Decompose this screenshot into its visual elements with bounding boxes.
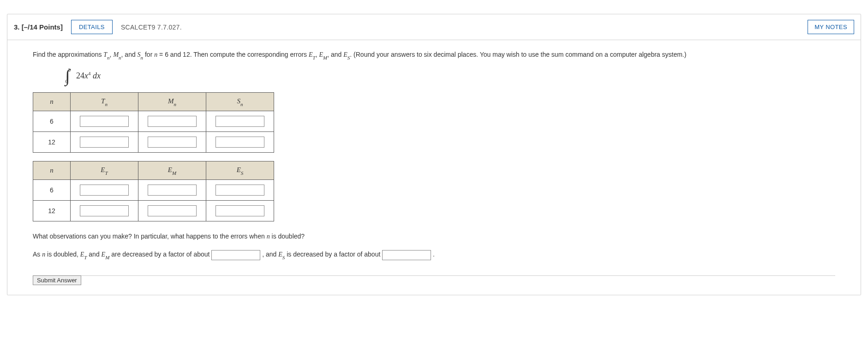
col-sn: Sn [206,93,274,111]
s12-input[interactable] [216,137,264,148]
n-value: 6 [33,111,71,132]
txt: is doubled? [270,233,305,240]
col-mn: Mn [138,93,206,111]
et6-input[interactable] [80,185,129,196]
txt: , and [327,51,343,58]
txt: . (Round your answers to six decimal pla… [350,51,686,58]
txt: and [87,251,101,258]
col-n: n [33,161,71,180]
txt: What observations can you make? In parti… [33,233,267,240]
m12-input[interactable] [148,137,197,148]
em-sub: M [323,55,327,60]
et-sub: T [313,55,316,60]
em6-input[interactable] [148,185,197,196]
question-header: 3. [–/14 Points] DETAILS SCALCET9 7.7.02… [7,14,861,40]
table-row: 6 [33,111,274,132]
et-sym: E [80,251,84,258]
question-number: 3. [–/14 Points] [14,23,63,31]
txt: for [143,51,154,58]
txt: , and [260,251,278,258]
em12-input[interactable] [148,205,197,216]
em-sym: E [319,51,323,58]
my-notes-button[interactable]: MY NOTES [808,20,854,34]
approximations-table: n Tn Mn Sn 6 12 [33,92,274,153]
txt: , and [121,51,138,58]
dx: dx [90,71,101,80]
et12-input[interactable] [80,205,129,216]
es12-input[interactable] [216,205,264,216]
integral-expression: ∫ 2 0 24x4 dx [65,67,835,84]
s-sym: S [138,51,141,58]
s-sub: n [141,55,144,60]
txt: As [33,251,42,258]
question-content: Find the approximations Tn, Mn, and Sn f… [7,40,861,295]
n-value: 6 [33,180,71,201]
n-value: 12 [33,132,71,153]
observation-fill: As n is doubled, ET and EM are decreased… [33,248,835,262]
t6-input[interactable] [80,116,129,127]
col-tn: Tn [71,93,138,111]
instruction-text: Find the approximations Tn, Mn, and Sn f… [33,49,835,61]
es-sym: E [278,251,282,258]
errors-table: n ET EM ES 6 12 [33,161,274,221]
et-sub: T [84,255,87,260]
em-sub: M [105,255,109,260]
m-sym: M [113,51,119,58]
table-row: 12 [33,132,274,153]
txt: is decreased by a factor of about [285,251,382,258]
table-row: 12 [33,201,274,221]
s6-input[interactable] [216,116,264,127]
es-sub: S [282,255,285,260]
txt: are decreased by a factor of about [109,251,211,258]
q-points: [–/14 Points] [22,23,63,31]
es-sym: E [343,51,347,58]
em-sym: E [102,251,106,258]
col-et: ET [71,161,138,180]
lower-limit: 0 [65,79,68,84]
submit-answer-button[interactable]: Submit Answer [33,275,81,285]
es-sub: S [347,55,350,60]
q-num: 3. [14,23,20,31]
txt: = 6 and 12. Then compute the correspondi… [157,51,309,58]
coeff: 24 [76,71,84,80]
var: x [84,71,88,80]
n-ital: n [267,233,270,240]
footer-divider: Submit Answer [33,275,835,286]
et-sym: E [309,51,313,58]
integrand: 24x4 dx [76,71,101,81]
t12-input[interactable] [80,137,129,148]
m6-input[interactable] [148,116,197,127]
upper-limit: 2 [68,67,71,72]
n-value: 12 [33,201,71,221]
txt: is doubled, [45,251,80,258]
observation-question: What observations can you make? In parti… [33,230,835,243]
integral-limits: 2 0 [68,67,71,84]
col-n: n [33,93,71,111]
table-row: 6 [33,180,274,201]
factor-es-input[interactable] [382,250,431,260]
source-label: SCALCET9 7.7.027. [121,24,182,31]
m-sub: n [119,55,121,60]
question-container: 3. [–/14 Points] DETAILS SCALCET9 7.7.02… [7,14,861,295]
col-em: EM [138,161,206,180]
factor-etem-input[interactable] [211,250,260,260]
t-sym: T [103,51,107,58]
col-es: ES [206,161,274,180]
details-button[interactable]: DETAILS [71,20,113,34]
es6-input[interactable] [216,185,264,196]
txt: Find the approximations [33,51,103,58]
t-sub: n [107,55,110,60]
txt: . [431,251,435,258]
